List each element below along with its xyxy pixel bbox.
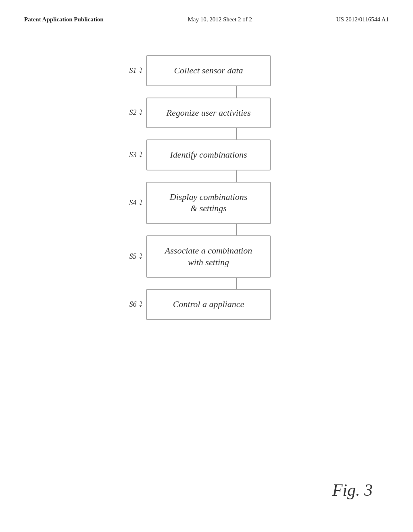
connector-line-4 [236,224,237,235]
step-text-s4: Display combinations& settings [155,191,262,214]
step-text-s1: Collect sensor data [155,65,262,77]
connector-5 [114,278,299,289]
flowchart-diagram: S1 ⤵ Collect sensor data S2 ⤵ Regonize u… [0,55,413,320]
connector-4 [114,224,299,235]
connector-line-2 [236,128,237,139]
step-label-s3: S3 ⤵ [114,151,146,159]
step-box-s1: Collect sensor data [146,55,271,86]
header-left: Patent Application Publication [24,16,104,23]
step-text-s3: Identify combinations [155,149,262,161]
connector-1 [114,86,299,98]
step-label-s5: S5 ⤵ [114,252,146,261]
connector-line-5 [236,278,237,289]
step-row-s6: S6 ⤵ Control a appliance [114,289,299,320]
step-text-s5: Associate a combinationwith setting [155,245,262,268]
step-row-s2: S2 ⤵ Regonize user activities [114,98,299,129]
header-center: May 10, 2012 Sheet 2 of 2 [188,16,252,23]
page-header: Patent Application Publication May 10, 2… [0,0,413,23]
step-row-s3: S3 ⤵ Identify combinations [114,139,299,170]
step-row-s1: S1 ⤵ Collect sensor data [114,55,299,86]
step-label-s4: S4 ⤵ [114,199,146,207]
connector-line-3 [236,170,237,182]
step-box-s6: Control a appliance [146,289,271,320]
step-box-s5: Associate a combinationwith setting [146,235,271,278]
figure-label: Fig. 3 [332,480,373,500]
step-label-s2: S2 ⤵ [114,108,146,117]
step-row-s4: S4 ⤵ Display combinations& settings [114,182,299,224]
connector-line-1 [236,86,237,98]
step-text-s6: Control a appliance [155,299,262,310]
step-label-s6: S6 ⤵ [114,300,146,309]
connector-2 [114,128,299,139]
step-text-s2: Regonize user activities [155,107,262,119]
connector-3 [114,170,299,182]
step-label-s1: S1 ⤵ [114,66,146,75]
header-right: US 2012/0116544 A1 [336,16,389,23]
step-box-s2: Regonize user activities [146,98,271,129]
step-box-s3: Identify combinations [146,139,271,170]
step-row-s5: S5 ⤵ Associate a combinationwith setting [114,235,299,278]
step-box-s4: Display combinations& settings [146,182,271,224]
